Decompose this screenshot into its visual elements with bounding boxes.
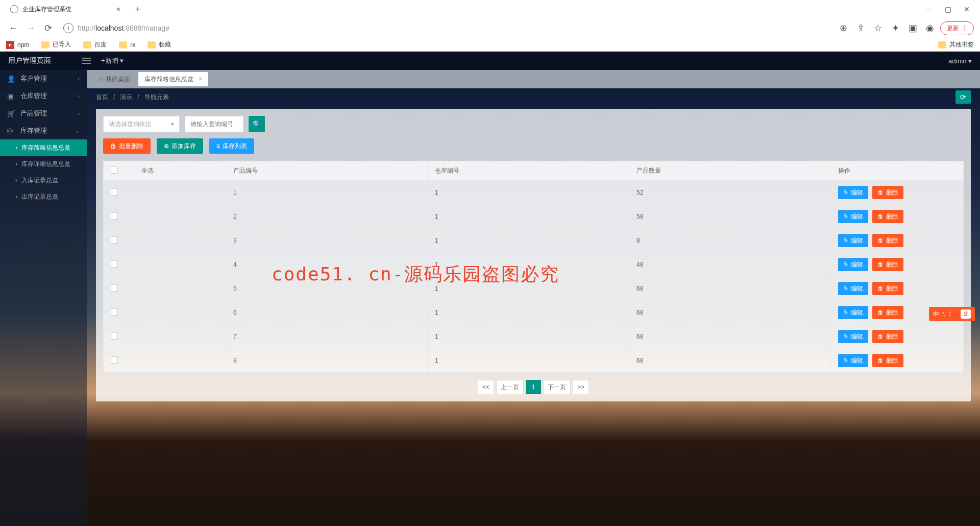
cell-quantity: 68 [629, 277, 831, 301]
sidebar-item-product[interactable]: 🛒产品管理‹ [0, 105, 87, 122]
edit-button[interactable]: ✎ 编辑 [838, 306, 868, 319]
sidebar-sub-stock-detail[interactable]: ›库存详细信息总览 [0, 156, 87, 172]
row-checkbox[interactable] [111, 212, 118, 220]
minimize-icon[interactable]: — [925, 5, 933, 13]
zoom-icon[interactable]: ⊕ [836, 21, 850, 35]
bookmark-baidu[interactable]: 百度 [83, 40, 107, 49]
sidebar: 👤客户管理‹ ▣仓库管理‹ 🛒产品管理‹ ⛁库存管理⌄ ›库存简略信息总览 ›库… [0, 70, 87, 526]
new-tab-button[interactable]: + [131, 2, 145, 16]
browser-tab[interactable]: 企业库存管理系统 × [4, 1, 127, 18]
delete-button[interactable]: 🗑 删除 [872, 330, 903, 343]
reload-icon[interactable]: ⟳ [41, 21, 55, 35]
edit-button[interactable]: ✎ 编辑 [838, 186, 868, 199]
edit-button[interactable]: ✎ 编辑 [838, 234, 868, 247]
page-first[interactable]: << [478, 380, 494, 394]
tab-title: 企业库存管理系统 [22, 5, 71, 14]
content: ⌂我的桌面 库存简略信息总览× 首页/ 演示/ 导航元素 ⟳ 请选择查询依据▾ … [87, 70, 980, 526]
row-checkbox[interactable] [111, 236, 118, 244]
page-next[interactable]: 下一页 [543, 380, 571, 394]
sidebar-sub-outbound[interactable]: ›出库记录总览 [0, 188, 87, 205]
extensions-icon[interactable]: ✦ [888, 21, 902, 35]
forward-icon[interactable]: → [23, 21, 38, 35]
trash-icon: 🗑 [877, 189, 884, 196]
page-last[interactable]: >> [573, 380, 589, 394]
crumb-home[interactable]: 首页 [96, 93, 108, 102]
stock-list-button[interactable]: ≡库存列表 [209, 138, 254, 154]
close-tab-icon[interactable]: × [116, 5, 120, 13]
other-bookmarks[interactable]: 其他书签 [938, 40, 974, 49]
site-info-icon[interactable]: i [63, 23, 74, 33]
sidebar-item-warehouse[interactable]: ▣仓库管理‹ [0, 87, 87, 105]
sidebar-sub-inbound[interactable]: ›入库记录总览 [0, 172, 87, 188]
bookmark-npm[interactable]: nnpm [6, 41, 29, 49]
close-tab-icon[interactable]: × [199, 76, 202, 83]
update-button[interactable]: 更新⋮ [940, 21, 974, 35]
row-checkbox[interactable] [111, 188, 118, 196]
sidebar-sub-stock-brief[interactable]: ›库存简略信息总览 [0, 139, 87, 156]
row-checkbox[interactable] [111, 332, 118, 340]
chevron-right-icon: › [15, 193, 17, 200]
batch-delete-button[interactable]: 🗑批量删除 [103, 138, 151, 154]
user-menu[interactable]: admin ▾ [948, 57, 972, 65]
bookmark-imported[interactable]: 已导入 [41, 40, 71, 49]
cell-product-id: 4 [226, 253, 428, 277]
row-checkbox[interactable] [111, 284, 118, 292]
new-add-dropdown[interactable]: +新增 ▾ [101, 56, 124, 65]
delete-button[interactable]: 🗑 删除 [872, 354, 903, 367]
query-id-input[interactable] [185, 116, 243, 132]
cell-warehouse-id: 1 [428, 205, 629, 229]
cell-warehouse-id: 1 [428, 229, 629, 253]
sidepanel-icon[interactable]: ▣ [905, 21, 920, 35]
star-icon[interactable]: ☆ [871, 21, 885, 35]
ime-logo-icon: S [961, 309, 971, 319]
delete-button[interactable]: 🗑 删除 [872, 210, 903, 223]
back-icon[interactable]: ← [6, 21, 20, 35]
bookmark-rx[interactable]: rx [119, 41, 135, 49]
maximize-icon[interactable]: ▢ [945, 5, 951, 13]
page-prev[interactable]: 上一页 [496, 380, 524, 394]
table-row: 3 1 8 ✎ 编辑 🗑 删除 [104, 229, 964, 253]
share-icon[interactable]: ⇪ [853, 21, 868, 35]
edit-button[interactable]: ✎ 编辑 [838, 210, 868, 223]
delete-button[interactable]: 🗑 删除 [872, 282, 903, 295]
trash-icon: 🗑 [877, 213, 884, 220]
filter-row: 请选择查询依据▾ 🔍 [103, 116, 964, 132]
checkbox-all[interactable] [111, 166, 118, 174]
ime-toolbar[interactable]: 中 °, ☾ S [929, 307, 975, 321]
bookmark-fav[interactable]: 收藏 [148, 40, 171, 49]
sidebar-item-customer[interactable]: 👤客户管理‹ [0, 70, 87, 87]
folder-icon [41, 41, 50, 49]
edit-button[interactable]: ✎ 编辑 [838, 282, 868, 295]
crumb-nav[interactable]: 导航元素 [144, 93, 169, 102]
delete-button[interactable]: 🗑 删除 [872, 234, 903, 247]
table-row: 7 1 68 ✎ 编辑 🗑 删除 [104, 325, 964, 349]
cell-warehouse-id: 1 [428, 301, 629, 325]
edit-button[interactable]: ✎ 编辑 [838, 330, 868, 343]
crumb-demo[interactable]: 演示 [120, 93, 132, 102]
row-checkbox[interactable] [111, 356, 118, 364]
tab-stock-brief[interactable]: 库存简略信息总览× [138, 72, 208, 86]
row-checkbox[interactable] [111, 308, 118, 316]
close-window-icon[interactable]: ✕ [964, 5, 970, 13]
profile-icon[interactable]: ◉ [923, 21, 937, 35]
folder-icon [938, 41, 946, 49]
search-button[interactable]: 🔍 [249, 116, 265, 132]
url-bar[interactable]: i http://localhost:8888/manage [58, 20, 833, 36]
refresh-button[interactable]: ⟳ [955, 90, 971, 104]
col-warehouse-id: 仓库编号 [428, 161, 629, 181]
delete-button[interactable]: 🗑 删除 [872, 306, 903, 319]
delete-button[interactable]: 🗑 删除 [872, 186, 903, 199]
query-basis-select[interactable]: 请选择查询依据▾ [103, 116, 180, 132]
edit-button[interactable]: ✎ 编辑 [838, 258, 868, 271]
edit-button[interactable]: ✎ 编辑 [838, 354, 868, 367]
row-checkbox[interactable] [111, 260, 118, 268]
tab-desktop[interactable]: ⌂我的桌面 [93, 72, 136, 86]
menu-icon[interactable] [82, 58, 91, 64]
search-icon: 🔍 [253, 120, 261, 128]
delete-button[interactable]: 🗑 删除 [872, 258, 903, 271]
add-stock-button[interactable]: ⊕添加库存 [157, 138, 203, 154]
page-current[interactable]: 1 [526, 380, 541, 394]
trash-icon: 🗑 [877, 309, 884, 316]
sidebar-item-stock[interactable]: ⛁库存管理⌄ [0, 122, 87, 139]
cell-quantity: 68 [629, 301, 831, 325]
